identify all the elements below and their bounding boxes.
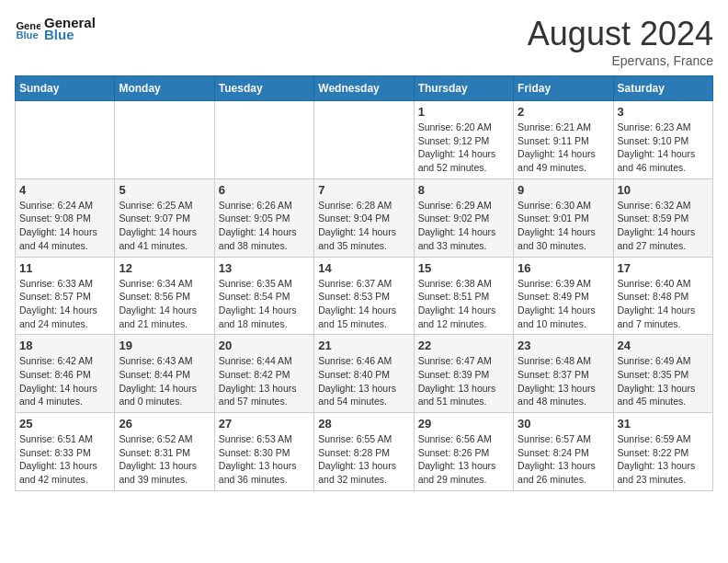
calendar-cell: 13Sunrise: 6:35 AMSunset: 8:54 PMDayligh… — [214, 257, 313, 335]
day-info: Sunrise: 6:46 AMSunset: 8:40 PMDaylight:… — [318, 354, 409, 408]
day-number: 31 — [618, 417, 709, 431]
calendar-cell: 14Sunrise: 6:37 AMSunset: 8:53 PMDayligh… — [314, 257, 414, 335]
title-section: August 2024 Epervans, France — [528, 15, 713, 68]
day-number: 15 — [418, 261, 509, 275]
day-number: 6 — [219, 183, 310, 197]
day-number: 19 — [119, 339, 210, 352]
day-number: 21 — [318, 339, 409, 352]
weekday-header-monday: Monday — [115, 76, 214, 101]
day-info: Sunrise: 6:53 AMSunset: 8:30 PMDaylight:… — [219, 432, 310, 487]
day-number: 20 — [219, 339, 310, 352]
svg-text:Blue: Blue — [16, 29, 38, 40]
day-info: Sunrise: 6:40 AMSunset: 8:48 PMDaylight:… — [618, 277, 709, 331]
day-number: 17 — [618, 261, 709, 275]
calendar-cell: 5Sunrise: 6:25 AMSunset: 9:07 PMDaylight… — [115, 178, 214, 257]
logo: General Blue General Blue — [15, 15, 96, 42]
calendar-cell: 4Sunrise: 6:24 AMSunset: 9:08 PMDaylight… — [16, 178, 115, 257]
calendar-week-row: 25Sunrise: 6:51 AMSunset: 8:33 PMDayligh… — [16, 413, 713, 491]
day-info: Sunrise: 6:38 AMSunset: 8:51 PMDaylight:… — [418, 277, 509, 331]
day-number: 22 — [418, 339, 509, 352]
day-info: Sunrise: 6:25 AMSunset: 9:07 PMDaylight:… — [119, 199, 210, 253]
weekday-header-thursday: Thursday — [414, 76, 513, 101]
day-info: Sunrise: 6:33 AMSunset: 8:57 PMDaylight:… — [19, 277, 110, 331]
day-info: Sunrise: 6:59 AMSunset: 8:22 PMDaylight:… — [618, 432, 709, 487]
day-number: 8 — [418, 183, 509, 197]
calendar-cell: 2Sunrise: 6:21 AMSunset: 9:11 PMDaylight… — [514, 101, 613, 179]
calendar-cell: 24Sunrise: 6:49 AMSunset: 8:35 PMDayligh… — [613, 335, 712, 413]
calendar-cell: 15Sunrise: 6:38 AMSunset: 8:51 PMDayligh… — [414, 257, 513, 335]
calendar-cell: 9Sunrise: 6:30 AMSunset: 9:01 PMDaylight… — [514, 178, 613, 257]
calendar-cell — [16, 101, 115, 179]
calendar-cell: 18Sunrise: 6:42 AMSunset: 8:46 PMDayligh… — [16, 335, 115, 413]
day-number: 13 — [219, 261, 310, 275]
day-info: Sunrise: 6:34 AMSunset: 8:56 PMDaylight:… — [119, 277, 210, 331]
calendar-cell: 8Sunrise: 6:29 AMSunset: 9:02 PMDaylight… — [414, 178, 513, 257]
day-info: Sunrise: 6:30 AMSunset: 9:01 PMDaylight:… — [518, 199, 609, 253]
day-info: Sunrise: 6:48 AMSunset: 8:37 PMDaylight:… — [518, 354, 609, 408]
day-number: 27 — [219, 417, 310, 431]
calendar-week-row: 4Sunrise: 6:24 AMSunset: 9:08 PMDaylight… — [16, 178, 713, 257]
calendar-cell: 31Sunrise: 6:59 AMSunset: 8:22 PMDayligh… — [613, 413, 712, 491]
day-info: Sunrise: 6:57 AMSunset: 8:24 PMDaylight:… — [518, 432, 609, 487]
day-number: 4 — [19, 183, 110, 197]
day-number: 24 — [618, 339, 709, 352]
calendar-cell: 7Sunrise: 6:28 AMSunset: 9:04 PMDaylight… — [314, 178, 414, 257]
day-number: 30 — [518, 417, 609, 431]
day-number: 7 — [318, 183, 409, 197]
calendar-cell — [214, 101, 313, 179]
weekday-header-sunday: Sunday — [16, 76, 115, 101]
day-number: 2 — [518, 105, 609, 119]
day-info: Sunrise: 6:55 AMSunset: 8:28 PMDaylight:… — [318, 432, 409, 487]
calendar-week-row: 1Sunrise: 6:20 AMSunset: 9:12 PMDaylight… — [16, 101, 713, 179]
logo-icon: General Blue — [15, 16, 40, 41]
day-number: 11 — [19, 261, 110, 275]
calendar-week-row: 11Sunrise: 6:33 AMSunset: 8:57 PMDayligh… — [16, 257, 713, 335]
calendar-cell: 28Sunrise: 6:55 AMSunset: 8:28 PMDayligh… — [314, 413, 414, 491]
calendar-cell: 16Sunrise: 6:39 AMSunset: 8:49 PMDayligh… — [514, 257, 613, 335]
day-info: Sunrise: 6:52 AMSunset: 8:31 PMDaylight:… — [119, 432, 210, 487]
day-info: Sunrise: 6:39 AMSunset: 8:49 PMDaylight:… — [518, 277, 609, 331]
weekday-header-saturday: Saturday — [613, 76, 712, 101]
day-info: Sunrise: 6:49 AMSunset: 8:35 PMDaylight:… — [618, 354, 709, 408]
day-info: Sunrise: 6:47 AMSunset: 8:39 PMDaylight:… — [418, 354, 509, 408]
day-number: 12 — [119, 261, 210, 275]
day-info: Sunrise: 6:37 AMSunset: 8:53 PMDaylight:… — [318, 277, 409, 331]
calendar-cell: 30Sunrise: 6:57 AMSunset: 8:24 PMDayligh… — [514, 413, 613, 491]
day-number: 25 — [19, 417, 110, 431]
day-info: Sunrise: 6:26 AMSunset: 9:05 PMDaylight:… — [219, 199, 310, 253]
day-number: 28 — [318, 417, 409, 431]
weekday-header-row: SundayMondayTuesdayWednesdayThursdayFrid… — [16, 76, 713, 101]
calendar-cell: 10Sunrise: 6:32 AMSunset: 8:59 PMDayligh… — [613, 178, 712, 257]
day-number: 26 — [119, 417, 210, 431]
calendar-cell: 12Sunrise: 6:34 AMSunset: 8:56 PMDayligh… — [115, 257, 214, 335]
weekday-header-wednesday: Wednesday — [314, 76, 414, 101]
weekday-header-friday: Friday — [514, 76, 613, 101]
day-info: Sunrise: 6:23 AMSunset: 9:10 PMDaylight:… — [618, 121, 709, 175]
day-number: 1 — [418, 105, 509, 119]
day-number: 10 — [618, 183, 709, 197]
calendar-cell: 27Sunrise: 6:53 AMSunset: 8:30 PMDayligh… — [214, 413, 313, 491]
day-info: Sunrise: 6:42 AMSunset: 8:46 PMDaylight:… — [19, 354, 110, 408]
calendar-cell: 6Sunrise: 6:26 AMSunset: 9:05 PMDaylight… — [214, 178, 313, 257]
day-info: Sunrise: 6:32 AMSunset: 8:59 PMDaylight:… — [618, 199, 709, 253]
day-number: 9 — [518, 183, 609, 197]
day-number: 14 — [318, 261, 409, 275]
day-number: 16 — [518, 261, 609, 275]
day-info: Sunrise: 6:51 AMSunset: 8:33 PMDaylight:… — [19, 432, 110, 487]
day-info: Sunrise: 6:43 AMSunset: 8:44 PMDaylight:… — [119, 354, 210, 408]
day-info: Sunrise: 6:44 AMSunset: 8:42 PMDaylight:… — [219, 354, 310, 408]
day-number: 29 — [418, 417, 509, 431]
calendar-cell: 19Sunrise: 6:43 AMSunset: 8:44 PMDayligh… — [115, 335, 214, 413]
day-number: 18 — [19, 339, 110, 352]
day-info: Sunrise: 6:24 AMSunset: 9:08 PMDaylight:… — [19, 199, 110, 253]
day-number: 23 — [518, 339, 609, 352]
calendar-cell — [314, 101, 414, 179]
day-info: Sunrise: 6:20 AMSunset: 9:12 PMDaylight:… — [418, 121, 509, 175]
calendar-cell: 11Sunrise: 6:33 AMSunset: 8:57 PMDayligh… — [16, 257, 115, 335]
page-header: General Blue General Blue August 2024 Ep… — [15, 15, 713, 68]
day-number: 5 — [119, 183, 210, 197]
calendar-cell: 20Sunrise: 6:44 AMSunset: 8:42 PMDayligh… — [214, 335, 313, 413]
calendar-cell: 29Sunrise: 6:56 AMSunset: 8:26 PMDayligh… — [414, 413, 513, 491]
calendar-cell: 1Sunrise: 6:20 AMSunset: 9:12 PMDaylight… — [414, 101, 513, 179]
calendar-week-row: 18Sunrise: 6:42 AMSunset: 8:46 PMDayligh… — [16, 335, 713, 413]
